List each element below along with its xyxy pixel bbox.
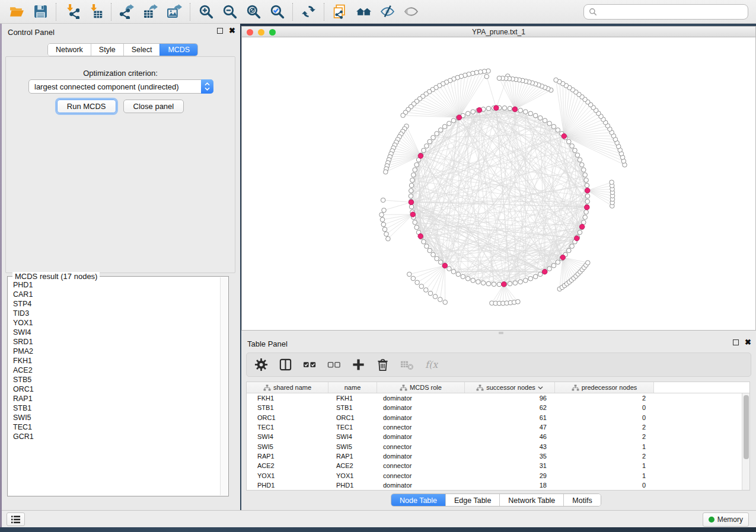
table-header-row: shared namenameMCDS rolesuccessor nodesp… [247, 382, 749, 393]
cell-predecessor-nodes: 1 [555, 462, 654, 469]
column-header-shared-name[interactable]: shared name [247, 382, 328, 393]
close-table-panel-icon[interactable]: ✖ [745, 339, 751, 345]
sort-desc-icon [538, 386, 543, 390]
mcds-result-item: TEC1 [13, 422, 220, 432]
cell-shared-name: PHD1 [247, 482, 328, 489]
zoom-selected-button[interactable] [267, 2, 287, 21]
cell-MCDS-role: dominator [377, 453, 465, 460]
table-row[interactable]: ORC1ORC1dominator610 [247, 413, 749, 422]
tab-select[interactable]: Select [123, 44, 160, 56]
cell-MCDS-role: connector [377, 443, 465, 450]
horizontal-split-divider[interactable] [241, 331, 756, 335]
network-window-titlebar[interactable]: YPA_prune.txt_1 [242, 27, 755, 37]
table-row[interactable]: YOX1YOX1connector291 [247, 470, 749, 480]
run-mcds-button[interactable]: Run MCDS [57, 100, 116, 113]
export-table-icon [143, 4, 158, 19]
close-panel-button[interactable]: Close panel [123, 100, 184, 113]
table-row[interactable]: STB1STB1dominator620 [247, 403, 749, 412]
export-network-button[interactable] [117, 2, 137, 21]
network-graph [242, 37, 755, 330]
save-session-button[interactable] [30, 2, 50, 21]
column-layout-button[interactable] [278, 358, 292, 372]
open-session-button[interactable] [7, 2, 27, 21]
table-scrollbar[interactable] [742, 393, 749, 490]
zoom-out-button[interactable] [219, 2, 240, 21]
zoom-in-button[interactable] [196, 2, 216, 21]
panel-menu-button[interactable] [7, 512, 25, 526]
uncheck-pair-icon [327, 358, 341, 371]
select-all-columns-button[interactable] [302, 358, 317, 372]
tab-edge-table[interactable]: Edge Table [445, 494, 499, 507]
tab-style[interactable]: Style [91, 44, 123, 56]
window-zoom-button[interactable] [269, 29, 276, 36]
table-row[interactable]: PHD1PHD1dominator180 [247, 480, 749, 490]
export-image-button[interactable] [164, 2, 184, 21]
control-panel: Control Panel ✖ NetworkStyleSelectMCDS O… [2, 24, 240, 510]
table-row[interactable]: ACE2ACE2connector311 [247, 461, 749, 470]
mcds-list-scrollbar[interactable] [220, 277, 228, 495]
mcds-result-item: TID3 [13, 309, 220, 318]
cell-successor-nodes: 46 [465, 433, 555, 440]
window-minimize-button[interactable] [258, 29, 264, 36]
table-scrollbar-thumb[interactable] [744, 395, 749, 459]
export-table-button[interactable] [141, 2, 161, 21]
table-row[interactable]: TEC1TEC1connector472 [247, 422, 749, 432]
neighbors-button[interactable] [353, 2, 374, 21]
mcds-result-item: YOX1 [13, 318, 220, 328]
float-table-panel-icon[interactable] [733, 339, 739, 345]
zoom-out-icon [222, 4, 237, 19]
mcds-result-item: SRD1 [13, 337, 220, 347]
import-network-button[interactable] [62, 2, 82, 21]
table-row[interactable]: RAP1RAP1dominator352 [247, 451, 749, 461]
search-box[interactable] [583, 4, 748, 20]
tab-motifs[interactable]: Motifs [563, 494, 600, 507]
cell-predecessor-nodes: 2 [555, 424, 654, 431]
column-header-predecessor-nodes[interactable]: predecessor nodes [555, 382, 654, 393]
import-table-button[interactable] [85, 2, 106, 21]
divider-handle[interactable] [499, 332, 503, 334]
svg-text:f(x): f(x) [425, 359, 438, 370]
mcds-result-item: SWI5 [13, 413, 220, 422]
control-panel-tabs: NetworkStyleSelectMCDS [47, 43, 198, 56]
list-icon [11, 515, 21, 524]
gear-icon [254, 358, 268, 371]
search-input[interactable] [601, 8, 743, 17]
cell-MCDS-role: dominator [377, 433, 465, 440]
mcds-result-list[interactable]: PHD1CAR1STP4TID3YOX1SWI4SRD1PMA2FKH1ACE2… [8, 280, 220, 495]
cell-shared-name: YOX1 [247, 472, 328, 479]
add-column-button[interactable] [351, 358, 365, 372]
delete-column-button[interactable] [375, 358, 390, 372]
float-panel-icon[interactable] [217, 28, 223, 34]
zoom-in-icon [199, 4, 213, 19]
hide-graphics-details-button[interactable] [377, 2, 397, 21]
tab-node-table[interactable]: Node Table [391, 494, 445, 507]
column-header-name[interactable]: name [328, 382, 377, 393]
cell-predecessor-nodes: 2 [555, 395, 654, 402]
close-panel-icon[interactable]: ✖ [229, 28, 235, 34]
cell-name: STB1 [328, 404, 377, 411]
deselect-all-columns-button[interactable] [327, 358, 341, 372]
cell-successor-nodes: 61 [465, 414, 555, 421]
tab-network[interactable]: Network [48, 44, 91, 56]
zoom-fit-button[interactable] [243, 2, 263, 21]
table-tabs: Node TableEdge TableNetwork TableMotifs [391, 493, 601, 507]
apply-layout-button[interactable] [298, 2, 318, 21]
table-panel: Table Panel ✖ f(x) shared namenameMCDS r… [241, 335, 756, 510]
network-canvas[interactable] [242, 37, 755, 330]
table-row[interactable]: FKH1FKH1dominator962 [247, 393, 749, 403]
mcds-result-item: ACE2 [13, 366, 220, 375]
cell-successor-nodes: 29 [465, 472, 555, 479]
criterion-dropdown[interactable]: largest connected component (undirected) [28, 79, 213, 94]
table-row[interactable]: SWI5SWI5connector431 [247, 441, 749, 451]
window-close-button[interactable] [247, 29, 253, 36]
clone-network-button[interactable] [330, 2, 350, 21]
column-header-MCDS-role[interactable]: MCDS role [377, 382, 465, 393]
tab-mcds[interactable]: MCDS [160, 44, 197, 56]
show-graphics-details-button[interactable] [401, 2, 421, 21]
column-header-successor-nodes[interactable]: successor nodes [465, 382, 555, 393]
memory-button[interactable]: Memory [703, 512, 749, 527]
table-row[interactable]: SWI4SWI4dominator462 [247, 432, 749, 441]
cell-predecessor-nodes: 2 [555, 453, 654, 460]
table-settings-button[interactable] [254, 358, 268, 372]
tab-network-table[interactable]: Network Table [499, 494, 563, 507]
